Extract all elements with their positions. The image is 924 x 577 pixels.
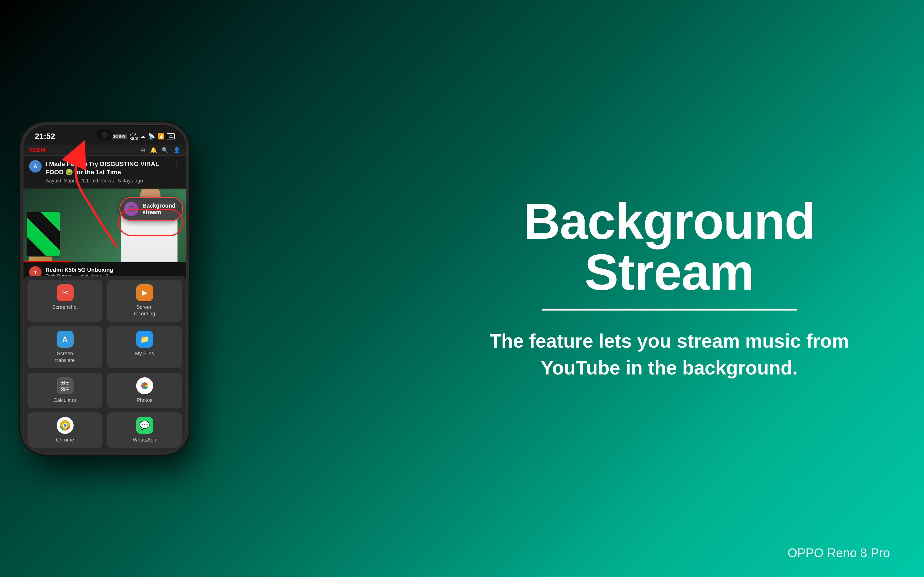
svg-point-4 xyxy=(64,424,66,427)
photos-icon xyxy=(136,377,153,394)
youtube-logo: REDMI xyxy=(29,147,47,153)
subtitle: The feature lets you stream music fromYo… xyxy=(471,327,867,381)
video-thumbnail[interactable]: 🎧 Background stream xyxy=(24,189,186,262)
branding: OPPO Reno 8 Pro xyxy=(788,546,890,560)
notification-icon[interactable]: 🔔 xyxy=(150,147,157,153)
camera-dot xyxy=(102,132,108,138)
whatsapp-icon: 💬 xyxy=(136,417,153,434)
screen-translate-label: Screentranslate xyxy=(55,350,75,364)
feed-title-1: Redmi K50i 5G Unboxing xyxy=(45,266,180,274)
screen-recording-icon: ▶ xyxy=(136,284,153,301)
camera-notch xyxy=(96,129,113,140)
video-info: I Made People Try DISGUSTING VIRAL FOOD … xyxy=(45,160,170,184)
quick-item-photos[interactable]: Photos xyxy=(107,373,182,408)
quick-item-screen-translate[interactable]: A Screentranslate xyxy=(27,326,102,368)
cast-icon[interactable]: ⊕ xyxy=(141,147,145,153)
video-menu-icon[interactable]: ⋮ xyxy=(173,160,180,168)
quick-item-whatsapp[interactable]: 💬 WhatsApp xyxy=(107,413,182,448)
screenshot-label: Screenshot xyxy=(52,304,78,311)
my-files-label: My Files xyxy=(135,350,154,357)
youtube-header: REDMI ⊕ 🔔 🔍 👤 xyxy=(24,145,186,156)
whatsapp-label: WhatsApp xyxy=(133,437,156,443)
quick-item-calculator[interactable]: ⊞⊟⊠⊟ Calculator xyxy=(27,373,102,408)
channel-avatar: A xyxy=(29,160,42,172)
my-files-icon: 📁 xyxy=(136,330,153,348)
quick-item-screen-recording[interactable]: ▶ Screenrecording xyxy=(107,280,182,322)
calculator-icon: ⊞⊟⊠⊟ xyxy=(57,377,74,394)
bg-stream-popup[interactable]: 🎧 Background stream xyxy=(120,197,183,221)
quick-item-my-files[interactable]: 📁 My Files xyxy=(107,326,182,368)
right-content: Background Stream The feature lets you s… xyxy=(471,196,867,381)
quick-grid: ✂ Screenshot ▶ Screenrecording A Screent… xyxy=(27,280,182,408)
featured-video-item[interactable]: A I Made People Try DISGUSTING VIRAL FOO… xyxy=(24,156,186,189)
main-title: Background Stream xyxy=(471,196,867,298)
chrome-label: Chrome xyxy=(56,437,74,443)
bg-stream-icon: 🎧 xyxy=(124,202,139,216)
youtube-nav-icons: ⊕ 🔔 🔍 👤 xyxy=(141,147,180,153)
account-icon[interactable]: 👤 xyxy=(173,147,180,153)
screenshot-icon: ✂ xyxy=(57,284,74,301)
calculator-label: Calculator xyxy=(53,397,76,404)
status-bar: 21:52 🔔 LOGO ING 240KB/S ☁ 📡 📶 21 xyxy=(24,125,186,145)
apps-row: Chrome 💬 WhatsApp xyxy=(27,413,182,448)
quick-item-chrome[interactable]: Chrome xyxy=(27,413,102,448)
quick-item-screenshot[interactable]: ✂ Screenshot xyxy=(27,280,102,322)
screen-translate-icon: A xyxy=(57,330,74,348)
screen-recording-label: Screenrecording xyxy=(134,304,155,318)
chrome-icon xyxy=(57,417,74,434)
quick-settings-panel: ✂ Screenshot ▶ Screenrecording A Screent… xyxy=(24,276,186,452)
search-icon[interactable]: 🔍 xyxy=(162,147,169,153)
bg-stream-label: Background stream xyxy=(142,203,176,216)
video-meta: Aayush Sapra · 1.1 lakh views · 5 days a… xyxy=(45,178,170,184)
title-underline xyxy=(542,309,796,311)
video-progress xyxy=(24,261,72,262)
video-title: I Made People Try DISGUSTING VIRAL FOOD … xyxy=(45,160,170,176)
photos-label: Photos xyxy=(136,397,152,404)
status-time: 21:52 xyxy=(35,132,55,141)
